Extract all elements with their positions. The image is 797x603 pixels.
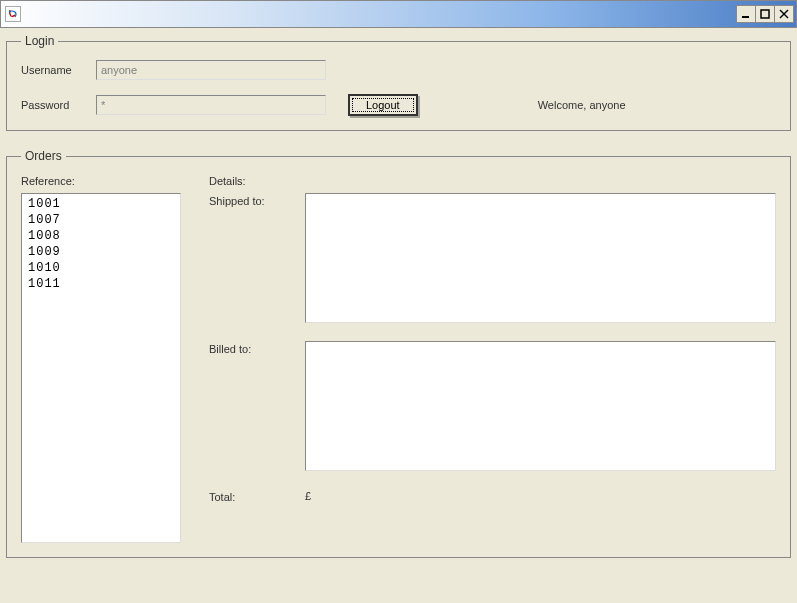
password-label: Password xyxy=(21,99,96,111)
list-item[interactable]: 1011 xyxy=(24,276,178,292)
details-label: Details: xyxy=(209,175,776,187)
welcome-text: Welcome, anyone xyxy=(538,99,626,111)
window-body: Login Username Password Logout Welcome, … xyxy=(0,28,797,582)
svg-rect-1 xyxy=(761,10,769,18)
minimize-button[interactable] xyxy=(736,5,756,23)
total-row: Total: £ xyxy=(209,489,776,503)
app-icon xyxy=(5,6,21,22)
password-input[interactable] xyxy=(96,95,326,115)
password-row: Password Logout Welcome, anyone xyxy=(21,94,776,116)
list-item[interactable]: 1009 xyxy=(24,244,178,260)
shipped-label: Shipped to: xyxy=(209,193,305,207)
billed-textarea[interactable] xyxy=(305,341,776,471)
total-currency: £ xyxy=(305,490,311,502)
login-legend: Login xyxy=(21,34,58,48)
list-item[interactable]: 1010 xyxy=(24,260,178,276)
maximize-button[interactable] xyxy=(755,5,775,23)
list-item[interactable]: 1008 xyxy=(24,228,178,244)
orders-body: Reference: 100110071008100910101011 Deta… xyxy=(21,175,776,543)
reference-list[interactable]: 100110071008100910101011 xyxy=(21,193,181,543)
username-row: Username xyxy=(21,60,776,80)
username-input[interactable] xyxy=(96,60,326,80)
login-panel: Login Username Password Logout Welcome, … xyxy=(6,34,791,131)
list-item[interactable]: 1007 xyxy=(24,212,178,228)
orders-legend: Orders xyxy=(21,149,66,163)
shipped-row: Shipped to: xyxy=(209,193,776,323)
billed-label: Billed to: xyxy=(209,341,305,355)
shipped-textarea[interactable] xyxy=(305,193,776,323)
details-column: Details: Shipped to: Billed to: Total: £ xyxy=(209,175,776,543)
reference-label: Reference: xyxy=(21,175,181,187)
window-controls xyxy=(737,5,794,23)
billed-row: Billed to: xyxy=(209,341,776,471)
titlebar xyxy=(0,0,797,28)
close-button[interactable] xyxy=(774,5,794,23)
reference-column: Reference: 100110071008100910101011 xyxy=(21,175,181,543)
username-label: Username xyxy=(21,64,96,76)
logout-button[interactable]: Logout xyxy=(348,94,418,116)
total-label: Total: xyxy=(209,489,305,503)
svg-rect-0 xyxy=(742,16,749,18)
list-item[interactable]: 1001 xyxy=(24,196,178,212)
orders-panel: Orders Reference: 1001100710081009101010… xyxy=(6,149,791,558)
